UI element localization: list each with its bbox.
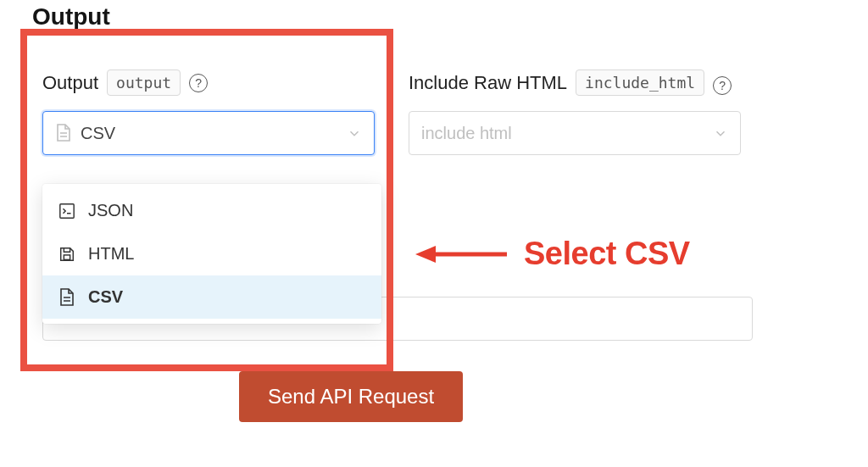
annotation-text: Select CSV xyxy=(524,236,690,272)
output-option-csv[interactable]: CSV xyxy=(42,275,381,319)
include-html-placeholder: include html xyxy=(421,124,713,143)
chevron-down-icon xyxy=(713,125,728,141)
output-option-json[interactable]: JSON xyxy=(42,189,381,232)
output-field: Output output ? CSV xyxy=(42,69,375,155)
svg-rect-0 xyxy=(60,203,74,217)
include-html-field: Include Raw HTML include_html ? include … xyxy=(409,69,741,155)
output-code-badge: output xyxy=(107,69,181,96)
chevron-down-icon xyxy=(347,125,362,141)
document-icon xyxy=(58,288,76,307)
svg-marker-3 xyxy=(415,246,436,263)
svg-rect-1 xyxy=(64,254,70,259)
section-title: Output xyxy=(32,3,110,31)
option-label: CSV xyxy=(88,287,123,307)
option-label: HTML xyxy=(88,244,134,264)
output-selected-text: CSV xyxy=(81,124,347,143)
form-panel: Output output ? CSV Include Raw HTML xyxy=(27,36,756,155)
help-icon[interactable]: ? xyxy=(713,76,732,95)
include-html-select[interactable]: include html xyxy=(409,111,741,155)
include-html-label: Include Raw HTML xyxy=(409,72,567,94)
terminal-file-icon xyxy=(58,203,76,220)
save-file-icon xyxy=(58,246,76,263)
help-icon[interactable]: ? xyxy=(189,74,208,92)
option-label: JSON xyxy=(88,201,133,220)
output-option-html[interactable]: HTML xyxy=(42,232,381,275)
document-icon xyxy=(55,124,72,142)
send-api-request-button[interactable]: Send API Request xyxy=(239,371,463,422)
annotation: Select CSV xyxy=(415,236,690,272)
output-select[interactable]: CSV xyxy=(42,111,375,155)
output-dropdown: JSON HTML CSV xyxy=(42,184,381,324)
output-label: Output xyxy=(42,72,98,94)
arrow-left-icon xyxy=(415,242,509,266)
include-html-code-badge: include_html xyxy=(576,69,704,96)
